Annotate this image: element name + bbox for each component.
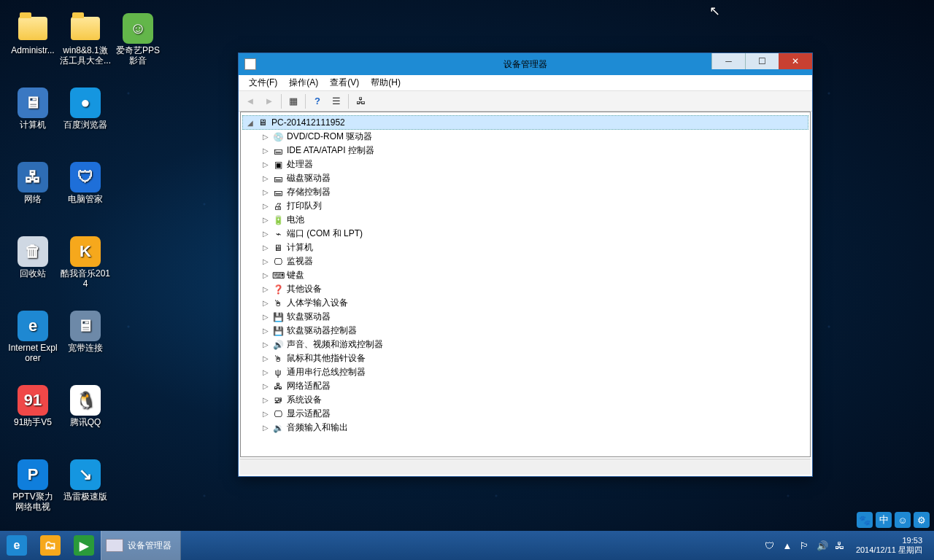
- tree-item[interactable]: ▷⌨键盘: [258, 268, 808, 282]
- desktop-icon-4[interactable]: ●百度浏览器: [60, 88, 111, 130]
- expand-icon[interactable]: ▷: [261, 133, 269, 141]
- tree-item[interactable]: ▷🖴存储控制器: [258, 185, 808, 199]
- expand-icon[interactable]: ▷: [261, 313, 269, 321]
- tree-item-label: 打印队列: [287, 200, 322, 212]
- menu-item-0[interactable]: 文件(F): [243, 77, 283, 89]
- tree-item[interactable]: ▷🖨打印队列: [258, 199, 808, 213]
- app-icon: 🗑: [18, 236, 48, 267]
- desktop-icon-6[interactable]: 🛡电脑管家: [60, 162, 111, 204]
- tree-item[interactable]: ▷🖵监视器: [258, 254, 808, 268]
- desktop-icon-11[interactable]: 9191助手V5: [7, 385, 58, 427]
- taskbar-task-device-manager[interactable]: 设备管理器: [101, 531, 181, 560]
- desktop-icon-label: 回收站: [20, 268, 46, 279]
- expand-icon[interactable]: ▷: [261, 410, 269, 418]
- tree-item[interactable]: ▷🖱鼠标和其他指针设备: [258, 351, 808, 365]
- expand-icon[interactable]: ▷: [261, 424, 269, 432]
- tree-item[interactable]: ▷❓其他设备: [258, 282, 808, 296]
- expand-icon[interactable]: ▷: [261, 244, 269, 252]
- tray-icon-1[interactable]: ▲: [781, 540, 793, 551]
- properties-button[interactable]: ▦: [285, 93, 302, 109]
- ime-badge-3[interactable]: ⚙: [914, 512, 930, 528]
- tree-item[interactable]: ▷🔋电池: [258, 213, 808, 227]
- expand-icon[interactable]: ▷: [261, 160, 269, 168]
- category-icon: 🖵: [272, 256, 284, 268]
- tree-item[interactable]: ▷💿DVD/CD-ROM 驱动器: [258, 130, 808, 144]
- expand-icon[interactable]: ▷: [261, 368, 269, 376]
- scan-button[interactable]: 🖧: [352, 93, 369, 109]
- tree-item[interactable]: ▷💾软盘驱动器控制器: [258, 324, 808, 338]
- desktop-icon-8[interactable]: K酷我音乐2014: [60, 236, 111, 289]
- titlebar[interactable]: 设备管理器 ─ ☐ ✕: [239, 53, 812, 75]
- desktop-icon-7[interactable]: 🗑回收站: [7, 236, 58, 279]
- tree-item[interactable]: ▷🖵显示适配器: [258, 407, 808, 421]
- desktop-icon-0[interactable]: Administr...: [7, 13, 58, 55]
- explorer-icon[interactable]: 🗂: [34, 531, 67, 560]
- expand-icon[interactable]: ▷: [261, 382, 269, 390]
- action-button[interactable]: ☰: [328, 93, 345, 109]
- expand-icon[interactable]: ▷: [261, 327, 269, 335]
- desktop-icon-5[interactable]: 🖧网络: [7, 162, 58, 204]
- menu-item-2[interactable]: 查看(V): [324, 77, 365, 89]
- nav-back-button[interactable]: ◄: [242, 93, 259, 109]
- separator: [305, 94, 306, 109]
- expand-icon[interactable]: ▷: [261, 271, 269, 279]
- expand-icon[interactable]: ▷: [261, 230, 269, 238]
- expand-icon[interactable]: ▷: [261, 216, 269, 224]
- ime-badge-1[interactable]: 中: [876, 512, 892, 528]
- tree-item[interactable]: ▷▣处理器: [258, 158, 808, 171]
- category-icon: 🖴: [272, 145, 284, 157]
- menu-item-3[interactable]: 帮助(H): [365, 77, 406, 89]
- maximize-button[interactable]: ☐: [745, 53, 779, 69]
- desktop-icon-2[interactable]: ☺爱奇艺PPS影音: [112, 13, 163, 66]
- device-tree[interactable]: ◢ 🖥 PC-201412111952 ▷💿DVD/CD-ROM 驱动器▷🖴ID…: [240, 112, 811, 457]
- tree-root[interactable]: ◢ 🖥 PC-201412111952: [242, 115, 808, 130]
- tree-item[interactable]: ▷🔉音频输入和输出: [258, 421, 808, 435]
- menu-item-1[interactable]: 操作(A): [283, 77, 324, 89]
- expand-icon[interactable]: ▷: [261, 174, 269, 182]
- tree-item[interactable]: ▷🖴磁盘驱动器: [258, 171, 808, 185]
- close-button[interactable]: ✕: [779, 53, 812, 69]
- expand-icon[interactable]: ▷: [261, 354, 269, 362]
- ime-badge-0[interactable]: 🐾: [857, 512, 873, 528]
- desktop-icon-label: 电脑管家: [68, 194, 103, 204]
- tray-icon-4[interactable]: 🖧: [834, 540, 846, 551]
- desktop-icon-9[interactable]: eInternet Explorer: [7, 311, 58, 363]
- nav-forward-button[interactable]: ►: [260, 93, 278, 109]
- tree-item[interactable]: ▷🖥计算机: [258, 241, 808, 254]
- tree-item[interactable]: ▷🖳系统设备: [258, 393, 808, 407]
- tree-item[interactable]: ▷⌁端口 (COM 和 LPT): [258, 227, 808, 241]
- ime-badge-2[interactable]: ☺: [895, 512, 911, 528]
- tray-icon-0[interactable]: 🛡: [764, 540, 776, 551]
- expand-icon[interactable]: ▷: [261, 147, 269, 155]
- help-button[interactable]: ?: [309, 93, 326, 109]
- desktop-icon-13[interactable]: PPPTV聚力 网络电视: [7, 459, 58, 512]
- minimize-button[interactable]: ─: [711, 53, 745, 69]
- desktop-icon-12[interactable]: 🐧腾讯QQ: [60, 385, 111, 427]
- expand-icon[interactable]: ▷: [261, 285, 269, 293]
- desktop-icon-3[interactable]: 🖥计算机: [7, 88, 58, 130]
- expand-icon[interactable]: ▷: [261, 257, 269, 265]
- iqiyi-icon[interactable]: ▶: [67, 531, 101, 560]
- device-manager-window: 设备管理器 ─ ☐ ✕ 文件(F)操作(A)查看(V)帮助(H) ◄ ► ▦ ?…: [238, 52, 813, 477]
- expand-icon[interactable]: ▷: [261, 188, 269, 196]
- app-icon: 🐧: [70, 385, 101, 416]
- tree-item[interactable]: ▷🔊声音、视频和游戏控制器: [258, 338, 808, 351]
- desktop-icon-14[interactable]: ↘迅雷极速版: [60, 459, 111, 502]
- tree-item[interactable]: ▷💾软盘驱动器: [258, 310, 808, 324]
- tray-icon-2[interactable]: 🏳: [799, 540, 811, 551]
- tree-item[interactable]: ▷🖴IDE ATA/ATAPI 控制器: [258, 144, 808, 158]
- desktop-icon-10[interactable]: 🖥宽带连接: [60, 311, 111, 353]
- collapse-icon[interactable]: ◢: [246, 119, 254, 127]
- ie-icon[interactable]: e: [0, 531, 34, 560]
- tree-children: ▷💿DVD/CD-ROM 驱动器▷🖴IDE ATA/ATAPI 控制器▷▣处理器…: [258, 130, 808, 435]
- desktop-icon-1[interactable]: win8&8.1激活工具大全...: [60, 13, 111, 66]
- tree-item[interactable]: ▷ψ通用串行总线控制器: [258, 365, 808, 379]
- clock[interactable]: 19:53 2014/12/11 星期四: [852, 536, 927, 555]
- expand-icon[interactable]: ▷: [261, 299, 269, 307]
- expand-icon[interactable]: ▷: [261, 202, 269, 210]
- expand-icon[interactable]: ▷: [261, 396, 269, 404]
- expand-icon[interactable]: ▷: [261, 341, 269, 349]
- tray-icon-3[interactable]: 🔊: [817, 540, 828, 551]
- tree-item[interactable]: ▷🖧网络适配器: [258, 379, 808, 393]
- tree-item[interactable]: ▷🖱人体学输入设备: [258, 296, 808, 310]
